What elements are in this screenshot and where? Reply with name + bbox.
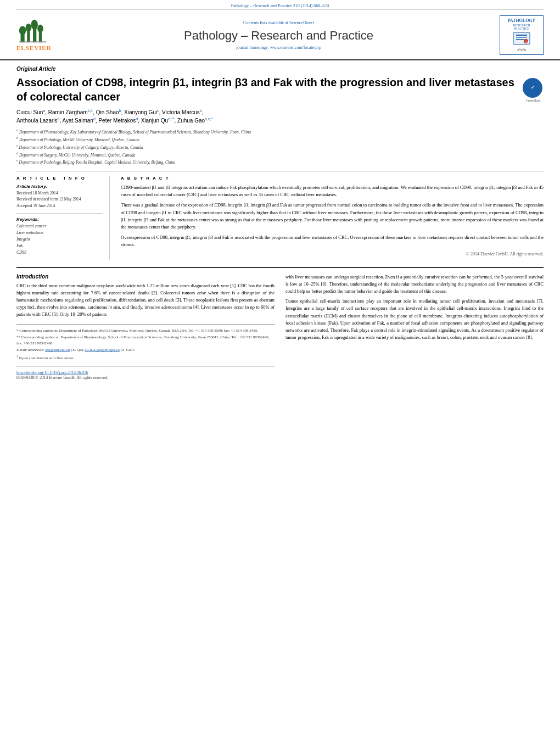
elsevier-label: ELSEVIER (16, 44, 52, 51)
svg-point-5 (31, 20, 38, 30)
issn-text: 0344-0338/© 2014 Elsevier GmbH. All righ… (16, 375, 108, 380)
body-col-left: Introduction CRC is the third most commo… (16, 274, 275, 381)
pathology-logo-title: PATHOLOGY (503, 18, 540, 24)
footnote-equal: 1 Equal contribution with first author. (16, 354, 275, 361)
elsevier-logo-area: ELSEVIER (16, 19, 60, 51)
journal-citation-bar: Pathology – Research and Practice 210 (2… (16, 0, 544, 10)
author-zuhua: Zuhua Gaob,e,* (177, 118, 212, 124)
author-ayat: Ayat Salmand, (62, 118, 98, 124)
abstract-column: A B S T R A C T CD98-mediated β1 and β3 … (121, 176, 544, 260)
svg-point-3 (26, 24, 32, 31)
sciencedirect-link[interactable]: ScienceDirect (289, 20, 314, 25)
keywords-label: Keywords: (16, 217, 103, 222)
body-section: Introduction CRC is the third most commo… (16, 274, 544, 381)
header-divider (16, 171, 544, 171)
pathology-logo: PATHOLOGY RESEARCHPRACTICE Rx 2°0°0 (500, 15, 544, 55)
journal-title: Pathology – Research and Practice (60, 29, 497, 43)
svg-rect-10 (516, 35, 527, 36)
keyword-2: Liver metastasis (16, 230, 103, 236)
article-type: Original Article (16, 66, 544, 72)
article-title: Association of CD98, integrin β1, integr… (16, 75, 517, 104)
intro-para-right-2: Tumor epithelial cell-matrix interaction… (285, 298, 544, 341)
keyword-1: Colorectal cancer (16, 223, 103, 230)
accepted-date: Accepted 19 June 2014 (16, 203, 103, 209)
author-xianjun: Xianjun Que,**, (141, 118, 177, 124)
content-area: Original Article Association of CD98, in… (0, 60, 560, 392)
affiliation-a: a Department of Pharmacology, Key Labora… (16, 128, 544, 135)
abstract-text: CD98-mediated β1 and β3 integrins activa… (121, 184, 544, 248)
intro-para-1: CRC is the third most common malignant n… (16, 282, 275, 319)
body-col-right: with liver metastases can undergo surgic… (285, 274, 544, 381)
affiliations: a Department of Pharmacology, Key Labora… (16, 128, 544, 165)
keyword-3: Integrin (16, 236, 103, 243)
author-ramin: Ramin Zarghamb,1, (48, 109, 96, 115)
affiliation-d: d Department of Surgery, McGill Universi… (16, 151, 544, 158)
crossmark-text: CrossMark (523, 99, 544, 102)
introduction-text-right: with liver metastases can undergo surgic… (285, 274, 544, 342)
journal-header-center: Contents lists available at ScienceDirec… (60, 20, 497, 50)
article-history: Article history: Received 18 March 2014 … (16, 184, 103, 209)
introduction-heading: Introduction (16, 274, 275, 280)
svg-rect-12 (516, 39, 524, 40)
history-label: Article history: (16, 184, 103, 189)
footnote-star: * Corresponding author at: Department of… (16, 328, 275, 334)
authors: Cuicui Suna, Ramin Zarghamb,1, Qin Shaob… (16, 108, 544, 125)
svg-rect-4 (33, 29, 36, 42)
received-revised-date: Received in revised form 12 May 2014 (16, 196, 103, 202)
abstract-copyright: © 2014 Elsevier GmbH. All rights reserve… (121, 252, 544, 256)
keywords-list: Colorectal cancer Liver metastasis Integ… (16, 223, 103, 256)
footnote-dstar: ** Corresponding author at: Department o… (16, 334, 275, 346)
crossmark-badge: ✓ CrossMark (523, 78, 544, 99)
svg-text:Rx: Rx (525, 40, 529, 43)
author-victoria: Victoria Marcusb, (162, 109, 203, 115)
abstract-label: A B S T R A C T (121, 176, 544, 181)
author-qin: Qin Shaob, (96, 109, 124, 115)
email-link-1[interactable]: qxj@sdu.edu.cn (45, 348, 70, 352)
keyword-5: CD98 (16, 249, 103, 256)
elsevier-logo: ELSEVIER (16, 19, 60, 51)
pathology-book-icon: Rx (511, 31, 533, 47)
science-direct-line: Contents lists available at ScienceDirec… (60, 20, 497, 25)
article-info-label: A R T I C L E I N F O (16, 176, 103, 181)
keyword-4: Fak (16, 243, 103, 249)
citation-text: Pathology – Research and Practice 210 (2… (231, 3, 329, 8)
abstract-para-2: There was a gradual increase of the expr… (121, 202, 544, 231)
doi-link[interactable]: http://dx.doi.org/10.1016/j.prp.2014.06.… (16, 370, 88, 375)
pathology-logo-area: PATHOLOGY RESEARCHPRACTICE Rx 2°0°0 (497, 15, 544, 55)
footnote-email: E-mail addresses: qxj@sdu.edu.cn (X. Qu)… (16, 347, 275, 353)
author-xianyong: Xianyong Guic, (124, 109, 162, 115)
svg-rect-11 (516, 37, 527, 38)
affiliation-c: c Department of Pathology, University of… (16, 143, 544, 150)
info-abstract-section: A R T I C L E I N F O Article history: R… (16, 176, 544, 260)
received-date: Received 18 March 2014 (16, 190, 103, 196)
author-cuicui: Cuicui Suna, (16, 109, 48, 115)
pathology-logo-year: 2°0°0 (503, 48, 540, 52)
body-divider (16, 267, 544, 268)
svg-rect-8 (19, 42, 47, 43)
affiliation-b: b Department of Pathology, McGill Univer… (16, 136, 544, 143)
author-peter: Peter Metrakosd, (98, 118, 141, 124)
email-link-2[interactable]: zu-hua.gao@mcgill.ca (85, 348, 120, 352)
pathology-logo-subtitle: RESEARCHPRACTICE (503, 24, 540, 30)
elsevier-tree-icon (16, 19, 49, 43)
svg-point-7 (37, 25, 43, 32)
keywords-section: Keywords: Colorectal cancer Liver metast… (16, 217, 103, 256)
article-info-column: A R T I C L E I N F O Article history: R… (16, 176, 110, 260)
journal-header: ELSEVIER Contents lists available at Sci… (0, 10, 560, 60)
abstract-para-3: Overexpression of CD98, integrin β1, int… (121, 234, 544, 248)
intro-para-right-1: with liver metastases can undergo surgic… (285, 274, 544, 295)
introduction-text-left: CRC is the third most common malignant n… (16, 282, 275, 319)
abstract-para-1: CD98-mediated β1 and β3 integrins activa… (121, 184, 544, 198)
crossmark-icon: ✓ (523, 78, 542, 98)
svg-rect-6 (39, 32, 42, 43)
homepage-url[interactable]: www.elsevier.com/locate/prp (270, 45, 321, 50)
affiliation-e: e Department of Pathology, Beijing You A… (16, 158, 544, 165)
svg-point-1 (19, 26, 26, 35)
info-divider (16, 213, 103, 214)
article-title-row: Association of CD98, integrin β1, integr… (16, 75, 544, 104)
crossmark-label: ✓ (531, 85, 535, 90)
doi-bar: http://dx.doi.org/10.1016/j.prp.2014.06.… (16, 366, 275, 380)
page: Pathology – Research and Practice 210 (2… (0, 0, 560, 742)
homepage-line: journal homepage: www.elsevier.com/locat… (60, 45, 497, 50)
footnotes: * Corresponding author at: Department of… (16, 324, 275, 361)
